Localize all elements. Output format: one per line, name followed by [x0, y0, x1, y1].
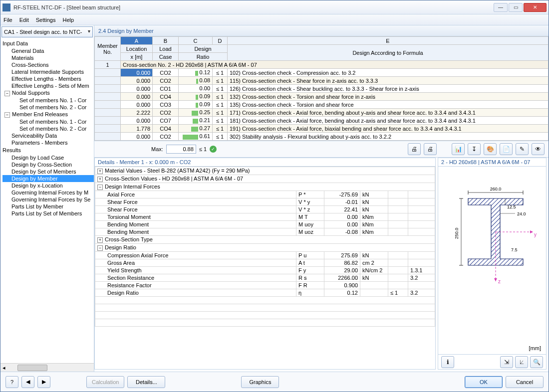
- toolbar-btn-4[interactable]: 📄: [500, 143, 513, 155]
- details-row[interactable]: Axial ForceP *-275.69kN: [95, 191, 435, 198]
- tree-nodal[interactable]: −Nodal Supports: [2, 89, 94, 97]
- dim-icon[interactable]: ⟀: [515, 356, 528, 368]
- col-B[interactable]: B: [153, 37, 179, 45]
- grid-row[interactable]: 2.222 CO2 0.25 ≤ 1 171) Cross-section ch…: [95, 109, 549, 117]
- help-button[interactable]: ?: [5, 376, 18, 388]
- details-row[interactable]: Bending MomentM uoz-0.08kNm: [95, 228, 435, 236]
- tree-nodal-2[interactable]: Set of members No. 2 - Cor: [2, 104, 94, 111]
- tree-r-parts-s[interactable]: Parts List by Set of Members: [2, 210, 94, 217]
- diagram-title: 2 - HD 260x68 | ASTM A 6/A 6M - 07: [438, 158, 546, 167]
- tree-serv[interactable]: Serviceability Data: [2, 132, 94, 139]
- filter-icon-1[interactable]: 🖨: [408, 143, 421, 155]
- details-table[interactable]: +Material Values - Steel B-282 (ASTM A24…: [95, 167, 435, 327]
- cancel-button[interactable]: Cancel: [506, 376, 544, 388]
- tree-r-cross[interactable]: Design by Cross-Section: [2, 161, 94, 168]
- tree-r-xloc[interactable]: Design by x-Location: [2, 182, 94, 189]
- calculation-button[interactable]: Calculation: [86, 376, 124, 388]
- tree-mer[interactable]: −Member End Releases: [2, 111, 94, 118]
- tree-lateral[interactable]: Lateral Intermediate Supports: [2, 68, 94, 75]
- tree-eff-sets[interactable]: Effective Lengths - Sets of Mem: [2, 82, 94, 89]
- zoom-icon[interactable]: 🔍: [530, 356, 543, 368]
- col-E[interactable]: E: [228, 37, 549, 45]
- svg-text:z: z: [498, 279, 501, 284]
- collapse-icon[interactable]: −: [4, 112, 10, 118]
- graphics-button[interactable]: Graphics: [241, 376, 279, 388]
- grid-row[interactable]: 0.000 CO4 0.09 ≤ 1 132) Cross-section ch…: [95, 93, 549, 101]
- grid-row[interactable]: 0.000 CO1 0.00 ≤ 1 126) Cross-section ch…: [95, 85, 549, 93]
- tree-nodal-1[interactable]: Set of members No. 1 - Cor: [2, 97, 94, 104]
- tree-r-loadcase[interactable]: Design by Load Case: [2, 154, 94, 161]
- details-row[interactable]: Bending MomentM uoy0.00kNm: [95, 221, 435, 228]
- toolbar-btn-1[interactable]: 📊: [452, 143, 465, 155]
- tree-general-data[interactable]: General Data: [2, 47, 94, 54]
- svg-text:24.0: 24.0: [517, 211, 526, 216]
- tree-cross-sections[interactable]: Cross-Sections: [2, 61, 94, 68]
- grid-row[interactable]: 0.000 CO3 0.09 ≤ 1 135) Cross-section ch…: [95, 101, 549, 109]
- tree-materials[interactable]: Materials: [2, 54, 94, 61]
- menu-help[interactable]: Help: [62, 17, 74, 23]
- grid-row[interactable]: 0.000 CO7 0.21 ≤ 1 181) Cross-section ch…: [95, 117, 549, 125]
- col-D[interactable]: D: [213, 37, 228, 45]
- grid-row[interactable]: 0.000 CO2 0.12 ≤ 1 102) Cross-section ch…: [95, 69, 549, 77]
- collapse-icon[interactable]: −: [97, 185, 103, 190]
- grid-row[interactable]: 0.000 CO2 0.61 ≤ 1 302) Stability analys…: [95, 133, 549, 141]
- footer-bar: ? ◀ ▶ Calculation Details... Graphics OK…: [0, 372, 549, 392]
- tree-params[interactable]: Parameters - Members: [2, 139, 94, 146]
- details-row[interactable]: Design Ratioη0.12≤ 13.2: [95, 289, 435, 297]
- col-C[interactable]: C: [179, 37, 213, 45]
- details-button[interactable]: Details...: [127, 376, 165, 388]
- maximize-button[interactable]: ▭: [509, 3, 523, 12]
- tree-eff-members[interactable]: Effective Lengths - Members: [2, 75, 94, 82]
- results-grid[interactable]: MemberNo. A B C D E Location Load Design…: [94, 36, 549, 141]
- ok-button[interactable]: OK: [465, 376, 503, 388]
- window-title: RF-STEEL NTC-DF - [Steel beam structure]: [13, 4, 494, 10]
- case-combo[interactable]: CA1 - Steel design acc. to NTC-: [1, 26, 93, 37]
- tree-r-gif-m[interactable]: Governing Internal Forces by M: [2, 189, 94, 196]
- max-value[interactable]: [166, 145, 196, 154]
- tree-input-data[interactable]: Input Data: [2, 39, 94, 47]
- tree-mer-1[interactable]: Set of members No. 1 - Cor: [2, 118, 94, 125]
- prev-button[interactable]: ◀: [21, 376, 34, 388]
- toolbar-btn-2[interactable]: ↧: [468, 143, 481, 155]
- svg-text:7.5: 7.5: [511, 247, 518, 252]
- col-A[interactable]: A: [121, 37, 153, 45]
- toolbar-btn-5[interactable]: ✎: [516, 143, 529, 155]
- details-row[interactable]: Gross AreaA t86.82cm 2: [95, 259, 435, 267]
- grid-row[interactable]: 0.000 CO2 0.08 ≤ 1 115) Cross-section ch…: [95, 77, 549, 85]
- expand-icon[interactable]: +: [97, 169, 103, 174]
- toolbar-btn-6[interactable]: 👁: [532, 143, 545, 155]
- tree-hscroll[interactable]: ◂: [0, 363, 94, 372]
- left-pane: CA1 - Steel design acc. to NTC- Input Da…: [0, 25, 94, 372]
- tree-r-member[interactable]: Design by Member: [2, 175, 94, 182]
- details-row[interactable]: Shear ForceV * y-0.01kN: [95, 198, 435, 206]
- tree-r-set[interactable]: Design by Set of Members: [2, 168, 94, 175]
- filter-icon-2[interactable]: 🖨: [424, 143, 437, 155]
- collapse-icon[interactable]: −: [4, 91, 10, 96]
- details-row[interactable]: Compression Axial ForceP u275.69kN: [95, 252, 435, 259]
- details-row[interactable]: Torsional MomentM T0.00kNm: [95, 213, 435, 221]
- menu-file[interactable]: File: [3, 17, 12, 23]
- details-row[interactable]: Yield StrengthF y29.00kN/cm 21.3.1: [95, 267, 435, 274]
- nav-tree[interactable]: Input Data General Data Materials Cross-…: [0, 38, 94, 363]
- expand-icon[interactable]: +: [97, 177, 103, 182]
- tree-r-gif-s[interactable]: Governing Internal Forces by Se: [2, 196, 94, 203]
- axis-icon[interactable]: ⇲: [500, 356, 513, 368]
- close-button[interactable]: ✕: [524, 3, 547, 12]
- details-row[interactable]: Shear ForceV * z22.41kN: [95, 206, 435, 213]
- diagram-body: 260.0 250.0: [438, 167, 546, 354]
- details-row[interactable]: Resistance FactorF R0.900: [95, 282, 435, 289]
- details-row[interactable]: Section ResistanceR s2266.00kN3.2: [95, 274, 435, 282]
- info-icon[interactable]: ℹ: [441, 356, 454, 368]
- tree-results[interactable]: Results: [2, 146, 94, 154]
- next-button[interactable]: ▶: [37, 376, 50, 388]
- menu-edit[interactable]: Edit: [19, 17, 29, 23]
- collapse-icon[interactable]: −: [97, 245, 103, 251]
- grid-row[interactable]: 1.778 CO4 0.27 ≤ 1 191) Cross-section ch…: [95, 125, 549, 133]
- max-label: Max:: [151, 146, 163, 152]
- toolbar-btn-3[interactable]: 🎨: [484, 143, 497, 155]
- tree-mer-2[interactable]: Set of members No. 2 - Cor: [2, 125, 94, 132]
- menu-settings[interactable]: Settings: [36, 17, 56, 23]
- minimize-button[interactable]: —: [494, 3, 508, 12]
- expand-icon[interactable]: +: [97, 237, 103, 243]
- tree-r-parts-m[interactable]: Parts List by Member: [2, 203, 94, 210]
